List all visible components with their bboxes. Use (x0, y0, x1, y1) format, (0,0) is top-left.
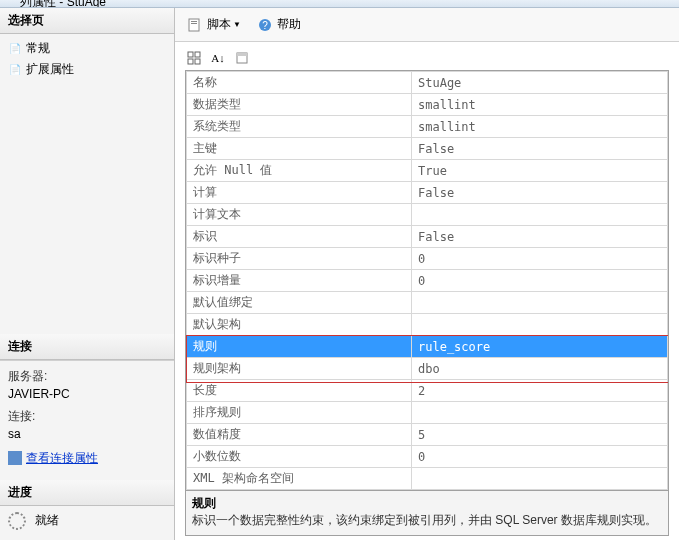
property-value[interactable] (412, 314, 668, 336)
property-row[interactable]: 规则架构dbo (187, 358, 668, 380)
property-label: 排序规则 (187, 402, 412, 424)
property-value[interactable]: dbo (412, 358, 668, 380)
script-button[interactable]: 脚本 ▼ (183, 14, 245, 35)
property-row[interactable]: 标识种子0 (187, 248, 668, 270)
property-value[interactable]: 5 (412, 424, 668, 446)
progress-header: 进度 (0, 480, 174, 506)
conn-label: 连接: (8, 407, 166, 425)
svg-rect-6 (195, 52, 200, 57)
property-row[interactable]: 默认值绑定 (187, 292, 668, 314)
connection-header: 连接 (0, 334, 174, 360)
property-label: 小数位数 (187, 446, 412, 468)
property-row[interactable]: 排序规则 (187, 402, 668, 424)
property-grid-scroll[interactable]: 名称StuAge数据类型smallint系统类型smallint主键False允… (186, 71, 668, 490)
property-row[interactable]: 标识增量0 (187, 270, 668, 292)
property-label: 默认架构 (187, 314, 412, 336)
property-row[interactable]: 默认架构 (187, 314, 668, 336)
nav-list: 📄 常规 📄 扩展属性 (0, 34, 174, 84)
property-value[interactable]: False (412, 138, 668, 160)
svg-rect-1 (191, 21, 197, 22)
property-row[interactable]: 系统类型smallint (187, 116, 668, 138)
conn-value: sa (8, 425, 166, 443)
property-row[interactable]: 长度2 (187, 380, 668, 402)
property-row[interactable]: 小数位数0 (187, 446, 668, 468)
property-value[interactable]: True (412, 160, 668, 182)
property-label: 长度 (187, 380, 412, 402)
property-label: 数值精度 (187, 424, 412, 446)
property-value[interactable] (412, 490, 668, 491)
description-title: 规则 (192, 495, 662, 512)
property-value[interactable]: False (412, 226, 668, 248)
progress-icon (8, 512, 26, 530)
description-block: 规则 标识一个数据完整性约束，该约束绑定到被引用列，并由 SQL Server … (185, 491, 669, 536)
property-value[interactable] (412, 402, 668, 424)
select-page-header: 选择页 (0, 8, 174, 34)
property-value[interactable]: False (412, 182, 668, 204)
nav-item-general[interactable]: 📄 常规 (0, 38, 174, 59)
property-pages-button[interactable] (233, 49, 251, 67)
property-value[interactable] (412, 468, 668, 490)
property-row[interactable]: 允许 Null 值True (187, 160, 668, 182)
nav-item-extended[interactable]: 📄 扩展属性 (0, 59, 174, 80)
svg-text:?: ? (262, 20, 268, 31)
script-label: 脚本 (207, 16, 231, 33)
view-connection-label: 查看连接属性 (26, 449, 98, 467)
property-row[interactable]: 数据类型smallint (187, 94, 668, 116)
property-value[interactable] (412, 292, 668, 314)
svg-rect-7 (188, 59, 193, 64)
svg-rect-10 (237, 53, 247, 56)
server-value: JAVIER-PC (8, 385, 166, 403)
property-value[interactable]: StuAge (412, 72, 668, 94)
property-value[interactable]: 0 (412, 446, 668, 468)
progress-status: 就绪 (35, 513, 59, 527)
connection-block: 服务器: JAVIER-PC 连接: sa 查看连接属性 (0, 360, 174, 480)
property-value[interactable]: 0 (412, 248, 668, 270)
property-row[interactable]: 计算文本 (187, 204, 668, 226)
property-value[interactable]: rule_score (412, 336, 668, 358)
property-label: 默认值绑定 (187, 292, 412, 314)
property-value[interactable]: 2 (412, 380, 668, 402)
help-icon: ? (257, 17, 273, 33)
property-label: 计算文本 (187, 204, 412, 226)
left-panel: 选择页 📄 常规 📄 扩展属性 连接 服务器: JAVIER-PC 连接: sa (0, 8, 175, 540)
titlebar: 列属性 - StuAge (0, 0, 679, 8)
dropdown-icon: ▼ (233, 20, 241, 29)
property-label: XML 架构命名空间 (187, 468, 412, 490)
property-label: 标识增量 (187, 270, 412, 292)
toolbar: 脚本 ▼ ? 帮助 (175, 8, 679, 42)
property-row[interactable]: 主键False (187, 138, 668, 160)
property-value[interactable]: smallint (412, 94, 668, 116)
property-row[interactable]: 名称StuAge (187, 72, 668, 94)
progress-block: 就绪 (0, 506, 174, 540)
script-icon (187, 17, 203, 33)
categorize-button[interactable] (185, 49, 203, 67)
property-row[interactable]: 规则rule_score (187, 336, 668, 358)
property-label: 规则架构 (187, 358, 412, 380)
property-row[interactable]: 标识False (187, 226, 668, 248)
property-value[interactable] (412, 204, 668, 226)
property-grid[interactable]: 名称StuAge数据类型smallint系统类型smallint主键False允… (186, 71, 668, 490)
properties-icon (8, 451, 22, 465)
help-button[interactable]: ? 帮助 (253, 14, 305, 35)
property-value[interactable]: 0 (412, 270, 668, 292)
property-row[interactable]: XML 架构命名空间架构 (187, 490, 668, 491)
property-row[interactable]: 数值精度5 (187, 424, 668, 446)
property-label: 允许 Null 值 (187, 160, 412, 182)
description-text: 标识一个数据完整性约束，该约束绑定到被引用列，并由 SQL Server 数据库… (192, 512, 662, 529)
sort-az-button[interactable]: A↓ (209, 49, 227, 67)
property-toolbar: A↓ (185, 48, 669, 70)
property-value[interactable]: smallint (412, 116, 668, 138)
property-grid-wrap: 名称StuAge数据类型smallint系统类型smallint主键False允… (185, 70, 669, 491)
view-connection-link[interactable]: 查看连接属性 (8, 449, 98, 467)
svg-rect-8 (195, 59, 200, 64)
svg-rect-0 (189, 19, 199, 31)
server-label: 服务器: (8, 367, 166, 385)
property-label: XML 架构命名空间架构 (187, 490, 412, 491)
property-row[interactable]: 计算False (187, 182, 668, 204)
property-row[interactable]: XML 架构命名空间 (187, 468, 668, 490)
nav-item-label: 常规 (26, 40, 50, 57)
property-label: 标识种子 (187, 248, 412, 270)
property-label: 规则 (187, 336, 412, 358)
page-icon: 📄 (8, 63, 22, 77)
property-label: 系统类型 (187, 116, 412, 138)
